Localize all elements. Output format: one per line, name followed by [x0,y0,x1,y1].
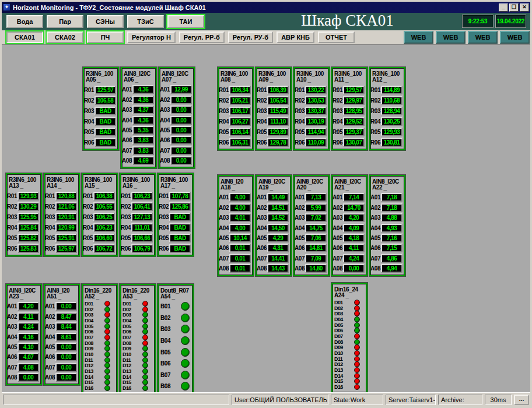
nav-button-0[interactable]: Вода [6,15,43,28]
channel-row: R02110,68 [370,96,404,105]
channel-label: A07 [257,255,267,262]
web-buttons: WEBWEBWEBWEB [404,31,530,44]
channel-label: R05 [332,129,342,135]
minimize-button[interactable]: _ [499,3,508,12]
channel-row: D04 [332,316,366,322]
screen-button-4[interactable]: Регул. РР-б [179,31,225,43]
channel-row: A0314,52 [257,213,290,222]
module-panel-A16: R3IN6_100A16 _R01106,23R02106,41R03127,1… [120,173,156,256]
channel-label: D07 [334,333,348,339]
channel-row: A040,00 [160,116,194,125]
channel-label: A05 [7,344,17,350]
channel-value-display: 0,00 [170,96,192,104]
channel-row: A0614,81 [295,244,328,252]
maximize-button[interactable]: ❐ [509,3,519,12]
clock-time: 9:22:53 [462,15,494,28]
channel-value-display: 4,10 [18,343,39,351]
led-indicator-green [181,314,190,322]
module-panel-A14: R3IN6_100A14 _R01120,88R02121,06R03120,9… [44,173,80,256]
channel-row: D04 [83,318,117,323]
module-header: Din16_24A24 _ [332,286,366,300]
channel-row: A063,83 [122,136,156,145]
channel-value-display: 106,27 [229,117,251,126]
screen-button-7[interactable]: ОТЧЕТ [318,31,355,43]
channel-label: R05 [219,129,229,135]
window-title: Horizont Monitoring - ТФУ2_Состояние мод… [13,4,498,11]
channel-value-display: 125,84 [18,223,39,232]
channel-row: A064,11 [332,244,366,252]
channel-row: R02106,41 [121,202,155,211]
led-indicator-green [142,323,148,329]
screen-button-0[interactable]: СКА01 [6,31,43,43]
channel-label: R05 [45,235,55,241]
web-button-3[interactable]: WEB [500,31,530,44]
led-indicator-green [104,307,110,312]
nav-button-2[interactable]: СЭНы [87,15,124,28]
channel-label: A08 [160,157,170,164]
channel-row: D14 [332,373,366,379]
nav-button-1[interactable]: Пар [47,15,83,28]
screen-button-5[interactable]: Регул. РУ-б [228,31,273,43]
web-button-0[interactable]: WEB [404,31,433,44]
nav-button-4[interactable]: ТАИ [167,15,204,28]
channel-value-display: 106,23 [131,192,153,201]
channel-row: R01120,88 [45,192,79,201]
channel-value-display: 0,00 [343,264,365,273]
screen-button-3[interactable]: Регулятор Н [127,31,176,43]
app-window: ✦ Horizont Monitoring - ТФУ2_Состояние м… [0,0,532,408]
module-header: R3IN6_100A09 _ [257,70,290,84]
channel-row: R06106,31 [219,138,253,147]
channel-label: R06 [257,139,267,146]
channel-row: R04106,27 [219,117,253,126]
channel-row: D10 [83,351,117,357]
screen-button-6[interactable]: АВР КНБ [276,31,314,43]
channel-value-display: 125,97 [94,86,116,94]
channel-label: A01 [122,86,132,93]
channel-label: A07 [332,255,342,262]
channel-row: D08 [83,340,117,346]
status-latency: 30ms [485,395,512,405]
led-indicator-green [104,374,110,380]
screen-button-1[interactable]: СКА02 [47,31,83,43]
channel-label: A07 [7,364,17,371]
channel-label: D09 [85,346,99,351]
module-pos-label: A06 _ [124,77,156,83]
web-button-1[interactable]: WEB [436,31,466,44]
channel-row: A054,29 [257,234,290,242]
channel-row: R06125,83 [7,244,41,253]
channel-label: A08 [45,374,55,381]
channel-row: A0510,14 [219,234,253,242]
channel-value-display: 4,86 [381,254,402,263]
web-button-2[interactable]: WEB [468,31,498,44]
channel-value-display: 0,01 [229,254,251,263]
channel-label: R06 [295,139,304,146]
channel-value-display: 110,68 [381,96,402,105]
channel-label: A01 [7,303,17,309]
module-pos-label: A05 _ [86,77,118,83]
module-header: AIN8_I20CA21 _ [332,178,366,192]
led-indicator-green [142,368,148,374]
channel-label: A04 [332,225,342,231]
channel-label: D11 [334,356,348,362]
status-more-button[interactable]: ... [514,395,529,405]
led-indicator-red [354,384,360,390]
channel-value-display: 7,02 [305,213,327,222]
module-panel-A18: AIN8_I20A18 _A014,00A024,00A034,01A044,0… [218,175,254,276]
close-button[interactable]: ✕ [520,3,529,12]
channel-row: R06110,09 [295,138,328,147]
channel-row: A0814,80 [295,264,328,273]
channel-row: R05129,89 [257,128,290,136]
channel-row: D04 [121,318,155,323]
channel-row: R05106,14 [219,128,253,136]
screen-button-2[interactable]: ПЧ [87,31,124,43]
channel-value-display: 14,50 [267,224,289,233]
channel-row: D03 [83,312,117,318]
channel-row: D05 [121,323,155,329]
channel-row: D13 [332,367,366,373]
nav-button-3[interactable]: ТЗиС [127,15,164,28]
channel-row: A0414,75 [295,224,328,233]
channel-label: R01 [7,193,17,199]
channel-value-display: BAD [94,117,116,126]
channel-value-display: 125,95 [18,213,39,221]
channel-row: A034,37 [122,105,156,114]
